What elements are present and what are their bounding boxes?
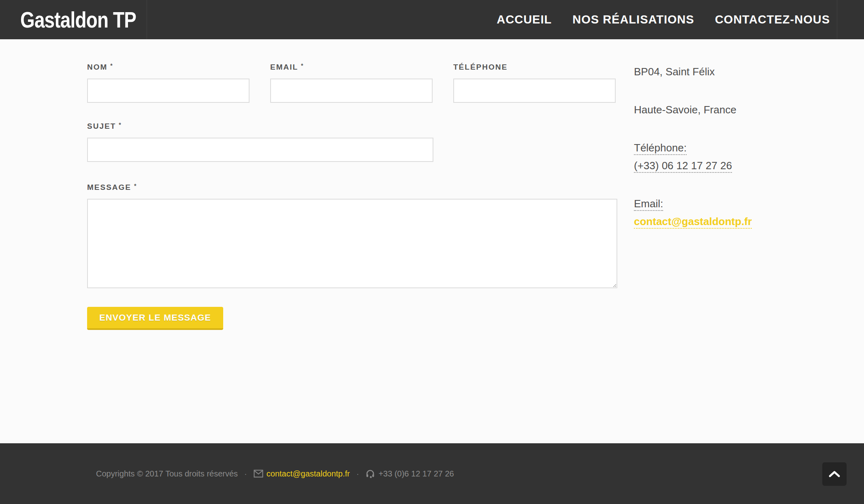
telephone-label: TÉLÉPHONE (453, 63, 616, 72)
field-message: MESSAGE* (87, 183, 617, 290)
footer-email-link[interactable]: contact@gastaldontp.fr (254, 469, 350, 478)
email-required-asterisk: * (301, 62, 303, 69)
field-email: EMAIL* (270, 63, 433, 103)
email-label-link[interactable]: Email: (634, 198, 663, 211)
phone-label-link[interactable]: Téléphone: (634, 142, 687, 155)
nom-required-asterisk: * (110, 62, 112, 69)
site-footer: Copyrights © 2017 Tous droits réservés ·… (0, 443, 864, 504)
email-address-link[interactable]: contact@gastaldontp.fr (634, 215, 752, 229)
nom-label: NOM* (87, 63, 250, 72)
email-block: Email: contact@gastaldontp.fr (634, 195, 752, 230)
contact-info: BP04, Saint Félix Haute-Savoie, France T… (634, 63, 752, 443)
message-required-asterisk: * (134, 183, 136, 189)
headset-icon (365, 469, 375, 478)
address-line-2: Haute-Savoie, France (634, 101, 752, 119)
email-label: EMAIL* (270, 63, 433, 72)
nav-item-contactez-nous[interactable]: CONTACTEZ-NOUS (715, 13, 830, 26)
nom-label-text: NOM (87, 63, 107, 71)
nav-item-nos-realisations[interactable]: NOS RÉALISATIONS (572, 13, 694, 26)
email-label-text: EMAIL (270, 63, 298, 71)
telephone-input[interactable] (453, 79, 616, 103)
sujet-label-text: SUJET (87, 122, 116, 130)
envelope-icon (254, 470, 263, 478)
nav-item-accueil[interactable]: ACCUEIL (497, 13, 552, 26)
chevron-up-icon (828, 470, 841, 478)
separator-dot: · (356, 469, 359, 478)
email-input[interactable] (270, 79, 433, 103)
footer-email-text: contact@gastaldontp.fr (267, 469, 350, 478)
field-sujet: SUJET* (87, 122, 617, 162)
logo-text: Gastaldon TP (20, 6, 136, 33)
send-message-button[interactable]: ENVOYER LE MESSAGE (87, 307, 223, 330)
message-textarea[interactable] (87, 199, 617, 288)
phone-block: Téléphone: (+33) 06 12 17 27 26 (634, 139, 752, 174)
main-content: NOM* EMAIL* TÉLÉPHONE SUJET* MESSAGE* EN… (0, 39, 864, 443)
field-telephone: TÉLÉPHONE (453, 63, 616, 103)
main-nav: ACCUEIL NOS RÉALISATIONS CONTACTEZ-NOUS (497, 13, 864, 26)
header-divider (837, 0, 837, 39)
form-row-1: NOM* EMAIL* TÉLÉPHONE (87, 63, 617, 103)
nom-input[interactable] (87, 79, 250, 103)
scroll-top-button[interactable] (822, 462, 847, 486)
copyright-text: Copyrights © 2017 Tous droits réservés (96, 469, 238, 478)
message-label: MESSAGE* (87, 183, 617, 192)
site-header: Gastaldon TP ACCUEIL NOS RÉALISATIONS CO… (0, 0, 864, 39)
contact-form: NOM* EMAIL* TÉLÉPHONE SUJET* MESSAGE* EN… (87, 63, 617, 443)
sujet-required-asterisk: * (119, 121, 121, 128)
message-label-text: MESSAGE (87, 183, 131, 191)
separator-dot: · (244, 469, 247, 478)
telephone-label-text: TÉLÉPHONE (453, 63, 508, 71)
footer-text-line: Copyrights © 2017 Tous droits réservés ·… (96, 469, 864, 478)
footer-phone[interactable]: +33 (0)6 12 17 27 26 (365, 469, 454, 478)
phone-number-link[interactable]: (+33) 06 12 17 27 26 (634, 159, 732, 173)
address-line-1: BP04, Saint Félix (634, 63, 752, 81)
field-nom: NOM* (87, 63, 250, 103)
sujet-label: SUJET* (87, 122, 617, 131)
footer-phone-text: +33 (0)6 12 17 27 26 (378, 469, 454, 478)
sujet-input[interactable] (87, 138, 433, 162)
logo-link[interactable]: Gastaldon TP (0, 0, 147, 39)
